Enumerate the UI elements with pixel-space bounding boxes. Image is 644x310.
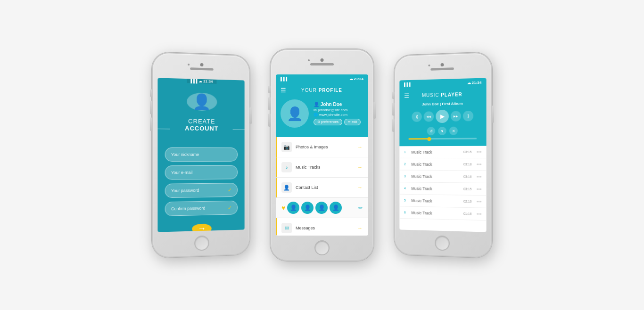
bottom-bezel-2: [271, 236, 373, 260]
track-item-5[interactable]: 5 Music Track 02:16 •••: [399, 195, 486, 208]
user-avatar-icon: 👤: [192, 93, 211, 111]
hamburger-icon-3[interactable]: ☰: [404, 92, 410, 99]
profile-avatar-icon: 👤: [287, 106, 303, 122]
music-arrow-icon: →: [357, 164, 363, 170]
preferences-button[interactable]: ⚙ preferences: [314, 119, 342, 125]
track-item-6[interactable]: 6 Music Track 01:16 •••: [399, 206, 486, 220]
menu-item-contacts[interactable]: 👤 Contact List →: [276, 178, 368, 198]
heart-icon: ♥: [281, 204, 285, 212]
player-controls: ⟪ ◂◂ ▶ ▸▸ ⟫: [404, 109, 481, 123]
track-num-5: 5: [404, 199, 409, 202]
menu-item-music[interactable]: ♪ Music Tracks →: [276, 157, 368, 178]
track-item-4[interactable]: 4 Music Track 03:15 •••: [399, 182, 486, 196]
volume-up-button-2: [268, 97, 271, 110]
track-num-4: 4: [404, 187, 409, 190]
progress-bar-container[interactable]: [404, 138, 481, 139]
track-duration-1: 03:15: [463, 150, 472, 154]
track-options-icon-4[interactable]: •••: [477, 187, 482, 192]
profile-header: ▌▌▌ ☁ 21:34 ☰ YOUR PROFILE 👤: [276, 74, 368, 137]
music-icon: ♪: [281, 162, 292, 172]
status-icons-2: ☁ 21:34: [349, 77, 363, 81]
contact-avatar-2[interactable]: 👤: [301, 202, 314, 214]
power-button: [249, 107, 252, 124]
speaker-2: [310, 63, 334, 65]
track-options-icon-6[interactable]: •••: [477, 212, 482, 217]
menu-item-messages[interactable]: ✉ Messages →: [276, 218, 368, 236]
avatar: 👤: [187, 92, 217, 111]
track-name-3: Music Track: [411, 174, 460, 179]
track-item-3[interactable]: 3 Music Track 03:16 •••: [399, 170, 486, 183]
track-options-icon-1[interactable]: •••: [477, 149, 482, 155]
track-name-5: Music Track: [411, 198, 460, 204]
screen-profile: ▌▌▌ ☁ 21:34 ☰ YOUR PROFILE 👤: [276, 74, 368, 236]
password-field[interactable]: Your password ✓: [165, 183, 238, 198]
sensor-dot: [188, 64, 190, 65]
email-field[interactable]: Your e-mail: [165, 165, 238, 180]
screen-create-account: ▌▌▌ ☁ 21:34 👤 CREATE ACCOUNT Your nickna…: [157, 78, 244, 232]
home-button-3[interactable]: [435, 236, 450, 251]
volume-down-button: [150, 117, 152, 131]
contacts-icon: 👤: [281, 182, 292, 193]
progress-bar-fill: [409, 138, 429, 139]
home-button-2[interactable]: [314, 240, 330, 255]
loop-button[interactable]: ↺: [427, 127, 436, 135]
contact-avatar-3[interactable]: 👤: [315, 202, 328, 214]
confirm-password-field[interactable]: Confirm password ✓: [165, 201, 238, 216]
track-duration-4: 03:15: [463, 188, 472, 191]
volume-down-button-2: [268, 114, 271, 127]
wifi-icon-3: ☁: [467, 81, 471, 85]
contact-avatar-1[interactable]: 👤: [287, 202, 299, 214]
track-num-3: 3: [404, 174, 409, 178]
track-options-icon-2[interactable]: •••: [477, 162, 482, 167]
hamburger-icon[interactable]: ☰: [281, 87, 286, 94]
profile-avatar: 👤: [281, 99, 309, 128]
repeat-button[interactable]: ⟫: [463, 111, 473, 122]
messages-label: Messages: [296, 226, 315, 230]
signal-strength-3: ▌▌▌: [404, 82, 412, 86]
volume-down-button-3: [392, 119, 395, 132]
globe-icon: 🌐: [314, 113, 318, 117]
heart-button[interactable]: ♥: [438, 127, 446, 135]
photos-arrow-icon: →: [357, 144, 363, 150]
music-nav: ☰ MUSIC PLAYER: [404, 87, 481, 103]
extra-controls: ↺ ♥ ✕: [404, 126, 481, 135]
pencil-icon[interactable]: ✏: [358, 205, 363, 211]
camera-2: [321, 58, 324, 62]
previous-button[interactable]: ◂◂: [424, 111, 434, 122]
form-fields: Your nickname Your e-mail Your password …: [157, 147, 244, 216]
profile-email-row: ✉ johndoe@site.com: [314, 108, 361, 112]
messages-arrow-icon: →: [357, 225, 363, 231]
contacts-row: ♥ 👤 👤 👤 👤 ✏: [276, 198, 368, 218]
next-button[interactable]: ▸▸: [451, 111, 461, 121]
progress-bar-background: [409, 138, 477, 140]
home-button[interactable]: [194, 236, 209, 251]
email-placeholder: Your e-mail: [171, 170, 192, 175]
nickname-field[interactable]: Your nickname: [165, 147, 238, 162]
contact-avatar-4[interactable]: 👤: [330, 202, 342, 214]
track-item-1[interactable]: 1 Music Track 03:15 •••: [399, 146, 486, 158]
menu-item-photos[interactable]: 📷 Photos & Images →: [276, 137, 368, 157]
close-button[interactable]: ✕: [449, 127, 458, 135]
track-options-icon-3[interactable]: •••: [477, 174, 482, 179]
shuffle-button[interactable]: ⟪: [412, 112, 421, 122]
phones-container: ▌▌▌ ☁ 21:34 👤 CREATE ACCOUNT Your nickna…: [0, 0, 644, 310]
power-button-2: [373, 102, 376, 119]
menu-item-music-left: ♪ Music Tracks: [281, 162, 353, 172]
wifi-icon-2: ☁: [349, 77, 353, 81]
bottom-bezel-3: [395, 229, 491, 257]
music-header: ▌▌▌ ☁ 21:34 ☰ MUSIC PLAYER John Doe | Fi…: [399, 78, 486, 146]
menu-item-photos-left: 📷 Photos & Images: [281, 142, 353, 152]
photos-icon: 📷: [281, 142, 292, 152]
profile-details: 👤 John Doe ✉ johndoe@site.com 🌐 www.john…: [314, 102, 361, 125]
track-name-4: Music Track: [411, 186, 460, 191]
time-display-2: 21:34: [354, 77, 363, 81]
play-button[interactable]: ▶: [436, 110, 449, 123]
title-divider: CREATE ACCOUNT: [157, 117, 244, 141]
track-num-2: 2: [404, 163, 409, 166]
time-display: 21:34: [203, 79, 213, 84]
track-item-2[interactable]: 2 Music Track 03:18 •••: [399, 158, 486, 171]
edit-button[interactable]: ✏ edit: [344, 119, 361, 125]
track-options-icon-5[interactable]: •••: [477, 199, 482, 204]
status-bar-1: ▌▌▌ ☁ 21:34: [187, 79, 216, 84]
signal-strength-2: ▌▌▌: [281, 77, 289, 81]
